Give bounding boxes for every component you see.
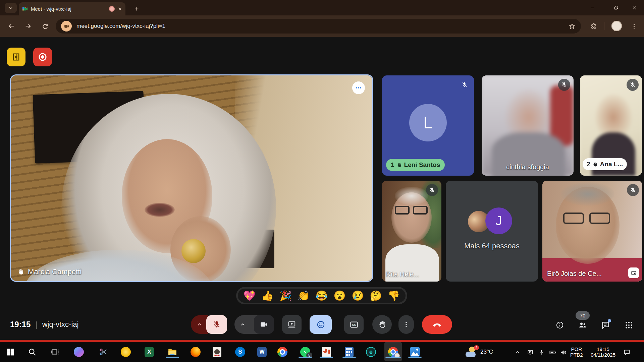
picture-in-picture-button[interactable] (628, 267, 639, 278)
participant-tile-leni[interactable]: L 1 Leni Santos (382, 75, 474, 176)
mic-options-button[interactable] (191, 315, 208, 334)
activities-button[interactable] (624, 320, 634, 330)
tray-microphone-icon[interactable] (537, 348, 545, 356)
chevron-up-icon (515, 350, 520, 355)
reaction-clap[interactable]: 👏 (298, 291, 310, 301)
more-vertical-icon (403, 321, 410, 328)
participant-tile-rita[interactable]: Rita Hele... (382, 181, 441, 282)
notification-icon (623, 349, 631, 356)
exit-door-button[interactable] (7, 48, 25, 66)
firefox-button[interactable] (190, 346, 201, 358)
whatsapp-button[interactable]: 5 (300, 346, 311, 358)
snipping-tool-button[interactable] (98, 346, 109, 358)
participant-name: Eirô Joias de Ce... (547, 270, 602, 278)
present-screen-button[interactable] (282, 315, 302, 334)
window-minimize-button[interactable] (583, 0, 602, 15)
forward-button[interactable] (22, 20, 34, 32)
meeting-details-button[interactable] (555, 320, 565, 330)
main-video-tile[interactable]: Marcia Campetti (10, 74, 373, 282)
powerpoint-button[interactable] (321, 346, 332, 358)
folder-icon (167, 347, 177, 357)
clock[interactable]: 19:15 04/11/2025 (587, 346, 619, 358)
record-button[interactable] (33, 48, 52, 66)
people-panel-button[interactable] (578, 320, 588, 330)
calculator-button[interactable] (343, 346, 355, 358)
reaction-thumbs-up[interactable]: 👍 (262, 291, 274, 301)
participant-tile-ana[interactable]: 2 Ana L... (580, 75, 642, 176)
reaction-party[interactable]: 🎉 (279, 291, 291, 301)
raise-hand-button[interactable] (372, 315, 392, 334)
file-explorer-button[interactable] (167, 346, 178, 358)
pdf-app-button[interactable]: PDF (211, 346, 223, 358)
new-tab-button[interactable] (131, 4, 142, 14)
address-bar[interactable]: meet.google.com/wjq-vtxc-iaj?pli=1 (56, 19, 581, 34)
mic-muted-icon (627, 184, 639, 196)
reaction-thinking[interactable]: 🤔 (370, 291, 382, 301)
chrome-button[interactable] (277, 346, 288, 358)
participant-tile-eiro[interactable]: Eirô Joias de Ce... (542, 181, 642, 282)
overflow-avatar-letter: J (485, 207, 512, 234)
start-button[interactable] (5, 346, 16, 358)
tray-battery-icon[interactable] (549, 348, 557, 356)
weather-widget[interactable]: 2 23°C (466, 345, 493, 359)
door-icon (11, 52, 21, 62)
browser-toolbar: meet.google.com/wjq-vtxc-iaj?pli=1 (0, 15, 644, 37)
participant-tile-cinthia[interactable]: cinthia sfoggia (482, 75, 574, 176)
call-end-icon (432, 320, 442, 329)
powerpoint-icon (322, 347, 331, 357)
reload-button[interactable] (39, 20, 51, 32)
running-indicator (342, 357, 356, 358)
photos-button[interactable] (409, 346, 421, 358)
task-view-button[interactable] (49, 346, 60, 358)
back-button[interactable] (5, 20, 17, 32)
window-restore-button[interactable] (606, 0, 626, 15)
captions-button[interactable]: CC (344, 315, 364, 334)
microphone-button-muted[interactable] (206, 315, 227, 334)
reactions-button[interactable] (310, 315, 332, 334)
window-close-button[interactable] (625, 0, 644, 15)
reaction-thumbs-down[interactable]: 👎 (388, 291, 400, 301)
bookmark-star-icon[interactable] (569, 23, 576, 30)
chat-panel-button[interactable] (600, 320, 610, 330)
chrome-active-button[interactable] (387, 346, 399, 358)
browser-tab-meet[interactable]: Meet - wjq-vtxc-iaj (19, 2, 125, 15)
word-button[interactable]: W (256, 346, 268, 358)
camera-access-icon[interactable] (61, 21, 72, 32)
action-center-button[interactable] (623, 348, 631, 356)
taskbar-search-button[interactable] (26, 346, 38, 358)
tab-close-icon[interactable] (118, 7, 122, 11)
camera-button[interactable] (254, 315, 274, 334)
video-blurred (542, 181, 642, 282)
avatar-initial: L (423, 113, 433, 132)
tray-expand-button[interactable] (514, 348, 522, 356)
url-text[interactable]: meet.google.com/wjq-vtxc-iaj?pli=1 (76, 23, 564, 29)
excel-button[interactable]: X (144, 346, 155, 358)
reaction-surprise[interactable]: 😮 (334, 291, 346, 301)
chevron-up-icon[interactable] (240, 321, 246, 327)
reaction-heart[interactable]: 💖 (244, 291, 256, 301)
tab-search-button[interactable] (5, 3, 17, 13)
tile-options-button[interactable] (352, 81, 365, 94)
copilot-button[interactable] (73, 346, 85, 358)
tray-screen-record-icon[interactable] (526, 348, 534, 356)
language-indicator[interactable]: POR PTB2 (570, 346, 583, 358)
overflow-tile[interactable]: J Mais 64 pessoas (446, 181, 538, 282)
reaction-cry[interactable]: 😢 (352, 291, 364, 301)
participant-name: cinthia sfoggia (482, 163, 574, 171)
extensions-icon[interactable] (588, 20, 600, 32)
running-indicator (320, 357, 333, 358)
eset-button[interactable]: e (365, 346, 377, 358)
tray-volume-icon[interactable] (559, 348, 568, 356)
browser-menu-icon[interactable] (628, 20, 640, 32)
yellow-app-button[interactable] (120, 346, 131, 358)
info-icon (555, 321, 564, 329)
end-call-button[interactable] (422, 315, 452, 334)
reaction-laugh[interactable]: 😂 (316, 291, 328, 301)
profile-avatar[interactable] (611, 21, 622, 31)
skype-button[interactable]: S (234, 346, 246, 358)
photos-icon (410, 347, 420, 357)
participant-name: Ana L... (600, 161, 623, 168)
more-options-button[interactable] (398, 315, 414, 334)
overflow-label: Mais 64 pessoas (446, 242, 538, 250)
windows-taskbar: X PDF S W (0, 342, 644, 362)
